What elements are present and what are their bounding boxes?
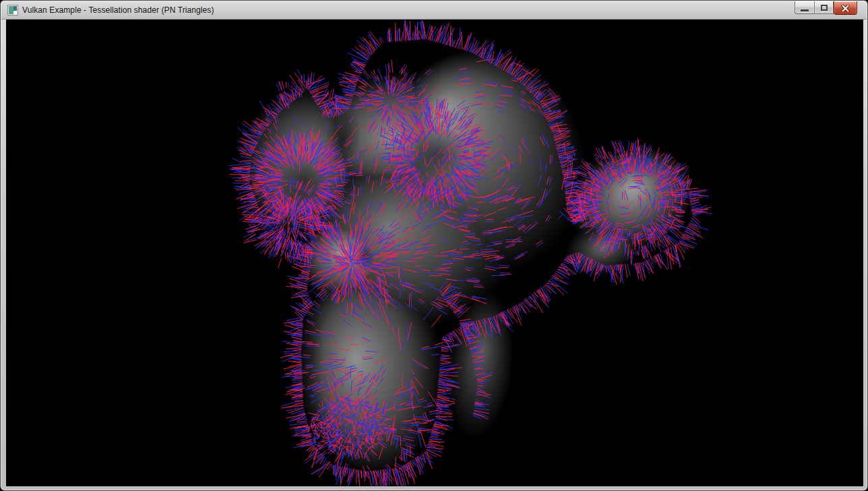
minimize-icon xyxy=(801,9,809,11)
close-button[interactable] xyxy=(834,1,857,15)
maximize-icon xyxy=(821,5,828,11)
render-viewport[interactable] xyxy=(6,20,863,486)
maximize-button[interactable] xyxy=(814,1,834,14)
app-icon[interactable] xyxy=(7,5,18,16)
titlebar[interactable]: Vulkan Example - Tessellation shader (PN… xyxy=(1,1,867,20)
close-icon xyxy=(841,5,850,12)
window-title: Vulkan Example - Tessellation shader (PN… xyxy=(22,5,214,15)
caption-buttons xyxy=(795,1,857,15)
minimize-button[interactable] xyxy=(795,1,814,14)
app-icon-image xyxy=(9,6,17,14)
app-window: Vulkan Example - Tessellation shader (PN… xyxy=(0,0,868,491)
